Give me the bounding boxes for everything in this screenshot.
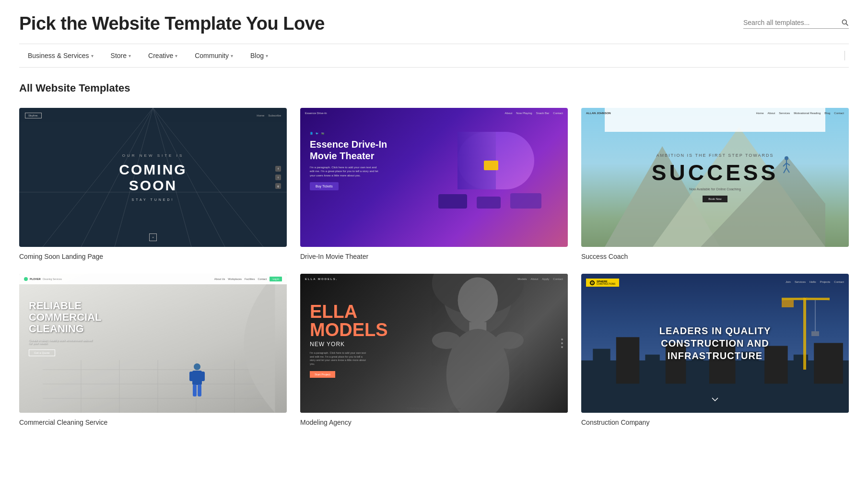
template-card-coming-soon[interactable]: Skyline. HomeSubscribe OUR NEW SITE IS C… <box>19 108 287 260</box>
thumb-nav-cleaning: PLOVER Cleaning Services About UsWorkpla… <box>19 274 287 284</box>
nav-item-business[interactable]: Business & Services ▾ <box>19 44 102 67</box>
template-card-drive-in[interactable]: Essence Drive-In AboutNow PlayingSnack B… <box>300 108 568 260</box>
svg-rect-36 <box>201 372 205 381</box>
chevron-down-icon: ▾ <box>129 53 131 58</box>
page-title: Pick the Website Template You Love <box>19 13 325 34</box>
chevron-down-icon: ▾ <box>266 53 268 58</box>
thumb-wall <box>153 274 287 413</box>
svg-rect-14 <box>484 161 498 170</box>
thumb-content: OUR NEW SITE IS COMINGSOON STAY TUNED! <box>119 153 187 201</box>
main-content: All Website Templates S <box>19 68 849 445</box>
template-grid: Skyline. HomeSubscribe OUR NEW SITE IS C… <box>19 108 849 426</box>
thumb-text-drive: 📘🐦📷 Essence Drive-In Movie Theater I'm a… <box>310 132 396 190</box>
thumb-text-modeling: ELLAMODELS NEW YORK I'm a paragraph. Cli… <box>310 303 388 378</box>
chevron-down-icon: ▾ <box>91 53 94 58</box>
template-name-drive-in: Drive-In Movie Theater <box>300 253 568 260</box>
thumb-copyright: © 2024 Ella Models. Proudly created with… <box>407 407 461 410</box>
template-name-construction: Construction Company <box>581 419 849 426</box>
search-icon <box>841 19 849 26</box>
thumb-dots <box>561 338 563 348</box>
svg-rect-12 <box>477 197 501 209</box>
svg-line-1 <box>846 23 848 25</box>
chevron-down-icon: ▾ <box>231 53 233 58</box>
svg-rect-35 <box>189 372 193 381</box>
svg-point-45 <box>495 332 524 349</box>
section-title: All Website Templates <box>19 82 849 94</box>
template-name-success: Success Coach <box>581 253 849 260</box>
template-card-cleaning[interactable]: PLOVER Cleaning Services About UsWorkpla… <box>19 274 287 426</box>
chevron-down-icon: ▾ <box>175 53 177 58</box>
svg-rect-37 <box>193 384 197 396</box>
svg-rect-11 <box>438 194 467 209</box>
nav-divider <box>845 51 845 60</box>
thumb-social: f t g <box>275 166 281 189</box>
thumb-model-figure <box>398 274 558 413</box>
template-card-success[interactable]: ALLAN JOHNSON HomeAboutServicesMotivatio… <box>581 108 849 260</box>
thumb-text-cleaning: RELIABLECOMMERCIALCLEANING Create a clea… <box>29 300 102 356</box>
category-nav: Business & Services ▾ Store ▾ Creative ▾… <box>19 44 849 68</box>
nav-item-blog[interactable]: Blog ▾ <box>242 44 277 67</box>
svg-rect-38 <box>198 384 201 396</box>
svg-rect-13 <box>510 193 541 209</box>
nav-item-store[interactable]: Store ▾ <box>102 44 140 67</box>
search-box[interactable] <box>743 19 849 29</box>
template-name-modeling: Modeling Agency <box>300 419 568 426</box>
nav-item-creative[interactable]: Creative ▾ <box>140 44 186 67</box>
thumb-nav: HomeSubscribe <box>257 114 281 117</box>
svg-point-44 <box>432 332 461 349</box>
svg-point-33 <box>194 363 200 370</box>
nav-item-community[interactable]: Community ▾ <box>186 44 242 67</box>
template-name-coming-soon: Coming Soon Landing Page <box>19 253 287 260</box>
thumb-scroll-indicator <box>712 395 718 403</box>
svg-rect-34 <box>192 371 202 385</box>
svg-point-41 <box>458 277 498 323</box>
svg-point-0 <box>842 20 846 24</box>
thumb-nav-drive: Essence Drive-In AboutNow PlayingSnack B… <box>305 112 563 115</box>
thumb-content-success: AMBITION IS THE FIRST STEP TOWARDS SUCCE… <box>581 108 849 247</box>
template-card-modeling[interactable]: ELLA MODELS. ModelsAboutApplyContact ELL… <box>300 274 568 426</box>
template-card-construction[interactable]: S SPHERE CONSTRUCTIONS JoinServicesHello… <box>581 274 849 426</box>
thumb-nav-modeling: ELLA MODELS. ModelsAboutApplyContact <box>305 278 563 280</box>
thumb-text-construction: LEADERS IN QUALITYCONSTRUCTION ANDINFRAS… <box>581 274 849 413</box>
thumb-3d-shape <box>429 117 568 223</box>
page-header: Pick the Website Template You Love <box>19 0 849 44</box>
search-input[interactable] <box>743 19 837 26</box>
template-name-cleaning: Commercial Cleaning Service <box>19 419 287 426</box>
thumb-bottom-icon: + <box>149 233 157 241</box>
thumb-worker <box>188 363 207 403</box>
thumb-logo: Skyline. <box>25 113 42 118</box>
